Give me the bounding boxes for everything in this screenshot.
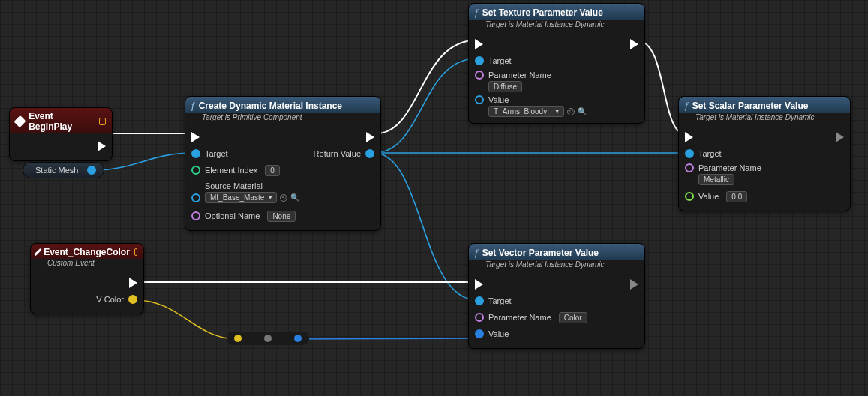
- node-header: f Set Vector Parameter Value: [469, 244, 644, 260]
- exec-out-pin[interactable]: [98, 141, 106, 152]
- reroute-output-pin[interactable]: [294, 334, 302, 342]
- function-icon: f: [685, 100, 688, 112]
- pin-label: Target: [698, 149, 722, 158]
- node-event-beginplay[interactable]: Event BeginPlay: [9, 107, 113, 161]
- return-value-pin[interactable]: [365, 149, 374, 158]
- exec-in-pin[interactable]: [685, 132, 693, 142]
- target-pin[interactable]: [685, 149, 694, 158]
- value-pin[interactable]: [475, 95, 484, 104]
- optional-name-value[interactable]: None: [267, 211, 296, 222]
- target-pin[interactable]: [475, 56, 484, 65]
- exec-in-pin[interactable]: [475, 279, 483, 290]
- parameter-name-value[interactable]: Color: [559, 312, 587, 323]
- exec-out-pin[interactable]: [630, 39, 638, 50]
- pin-label: Value: [488, 95, 509, 104]
- reset-icon[interactable]: ⟲: [567, 108, 575, 116]
- node-header: f Set Texture Parameter Value: [469, 4, 644, 20]
- pin-label: Return Value: [314, 149, 361, 158]
- reroute-dot: [264, 334, 272, 342]
- function-icon: f: [191, 100, 194, 112]
- node-set-texture-parameter-value[interactable]: f Set Texture Parameter Value Target is …: [468, 3, 645, 124]
- node-subtitle: Target is Primitive Component: [185, 113, 380, 124]
- vcolor-pin[interactable]: [128, 295, 137, 304]
- value-pin[interactable]: [685, 192, 694, 201]
- node-header: Event_ChangeColor: [31, 244, 143, 259]
- reset-icon[interactable]: ⟲: [280, 194, 287, 202]
- node-title: Set Texture Parameter Value: [482, 8, 603, 18]
- output-pin[interactable]: [87, 166, 96, 175]
- exec-in-pin[interactable]: [475, 39, 483, 50]
- node-header: f Create Dynamic Material Instance: [185, 97, 380, 113]
- chevron-down-icon: ▼: [267, 194, 273, 201]
- node-set-scalar-parameter-value[interactable]: f Set Scalar Parameter Value Target is M…: [678, 96, 851, 212]
- node-title: Set Vector Parameter Value: [482, 248, 599, 258]
- variable-static-mesh[interactable]: Static Mesh: [23, 162, 104, 178]
- node-set-vector-parameter-value[interactable]: f Set Vector Parameter Value Target is M…: [468, 243, 645, 349]
- function-icon: f: [475, 247, 478, 259]
- node-title: Event_ChangeColor: [44, 247, 130, 257]
- node-subtitle: Custom Event: [31, 259, 143, 270]
- node-title: Create Dynamic Material Instance: [199, 100, 342, 111]
- exec-in-pin[interactable]: [191, 132, 200, 142]
- pin-label: Value: [698, 192, 719, 201]
- element-index-value[interactable]: 0: [265, 165, 280, 176]
- event-icon: [34, 248, 42, 256]
- node-title: Set Scalar Parameter Value: [692, 100, 809, 111]
- pin-label: Parameter Name: [488, 70, 551, 80]
- node-event-change-color[interactable]: Event_ChangeColor Custom Event V Color: [30, 243, 144, 314]
- parameter-name-value[interactable]: Metallic: [698, 174, 734, 185]
- variable-label: Static Mesh: [35, 166, 78, 175]
- parameter-name-pin[interactable]: [475, 70, 484, 80]
- pin-label: Target: [488, 56, 512, 65]
- node-subtitle: Target is Material Instance Dynamic: [469, 260, 644, 272]
- function-icon: f: [475, 7, 478, 19]
- pin-label: Target: [488, 296, 512, 305]
- exec-out-pin[interactable]: [630, 279, 638, 290]
- exec-out-pin[interactable]: [129, 278, 137, 288]
- element-index-pin[interactable]: [191, 166, 200, 175]
- parameter-name-pin[interactable]: [685, 164, 694, 172]
- search-icon[interactable]: 🔍: [290, 194, 299, 202]
- pin-label: Target: [205, 149, 228, 158]
- source-material-dropdown[interactable]: MI_Base_Maste▼: [205, 192, 277, 203]
- delegate-badge-icon[interactable]: [99, 118, 106, 125]
- pin-label: Element Index: [205, 166, 257, 175]
- target-pin[interactable]: [475, 296, 484, 305]
- chevron-down-icon: ▼: [554, 108, 560, 115]
- event-icon: [14, 116, 26, 128]
- reroute-input-pin[interactable]: [234, 334, 242, 342]
- node-subtitle: Target is Material Instance Dynamic: [469, 20, 644, 32]
- value-pin[interactable]: [475, 329, 484, 338]
- parameter-name-pin[interactable]: [475, 313, 484, 322]
- exec-out-pin[interactable]: [836, 132, 844, 142]
- pin-label: V Color: [96, 295, 124, 304]
- delegate-badge-icon[interactable]: [134, 248, 137, 256]
- exec-out-pin[interactable]: [366, 132, 374, 142]
- node-title: Event BeginPlay: [29, 111, 94, 132]
- pin-label: Value: [488, 329, 509, 338]
- value-dropdown[interactable]: T_Arms_Bloody_▼: [488, 106, 564, 117]
- parameter-name-value[interactable]: Diffuse: [488, 81, 522, 92]
- value-input[interactable]: 0.0: [726, 191, 747, 202]
- optional-name-pin[interactable]: [191, 212, 200, 220]
- pin-label: Parameter Name: [488, 313, 551, 322]
- reroute-node[interactable]: [227, 332, 309, 345]
- pin-label: Source Material: [205, 182, 263, 190]
- node-header: f Set Scalar Parameter Value: [679, 97, 850, 113]
- pin-label: Optional Name: [205, 212, 260, 220]
- node-header: Event BeginPlay: [10, 108, 112, 134]
- target-pin[interactable]: [191, 149, 200, 158]
- pin-label: Parameter Name: [698, 164, 761, 172]
- source-material-pin[interactable]: [191, 194, 200, 202]
- node-create-dynamic-material-instance[interactable]: f Create Dynamic Material Instance Targe…: [185, 96, 381, 231]
- node-subtitle: Target is Material Instance Dynamic: [679, 113, 850, 124]
- search-icon[interactable]: 🔍: [578, 107, 587, 116]
